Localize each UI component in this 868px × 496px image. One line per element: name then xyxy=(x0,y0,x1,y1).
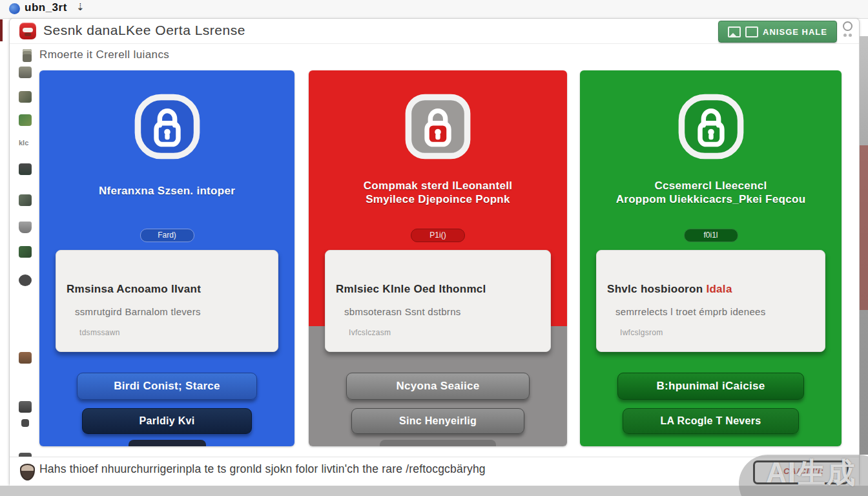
sidebar-icon[interactable] xyxy=(19,352,32,364)
window-header: Sesnk danaLKee Oerta Lsrense ANISGE HALE xyxy=(10,19,859,44)
lock-icon xyxy=(677,92,745,161)
screen: ubn_3rt ⇣ Sesnk danaLKee Oerta Lsrense A… xyxy=(0,0,868,496)
sidebar-icon[interactable] xyxy=(19,114,32,126)
info-footnote: tdsmssawn xyxy=(79,328,120,337)
info-footnote: Ivfcslczasm xyxy=(349,328,391,337)
app-lock-icon xyxy=(19,23,36,39)
info-subtitle: sbmsoterasn Ssnt dstbrns xyxy=(344,306,461,317)
user-indicator-icon[interactable] xyxy=(841,21,854,41)
os-top-bar: ubn_3rt ⇣ xyxy=(0,0,868,19)
sidebar-icon[interactable] xyxy=(19,274,32,286)
info-subtitle: semrrelects l troet émprb idenees xyxy=(615,306,766,317)
card-title: Ccsemercl LleecenclAroppom Uiekkicacrs_P… xyxy=(580,179,842,206)
secondary-action-button[interactable]: LA Rcogle T Nevers xyxy=(623,408,799,434)
license-card-green: Ccsemercl LleecenclAroppom Uiekkicacrs_P… xyxy=(580,70,842,446)
status-bar: Hahs thioef nhuurchurrigerinpla te ts gr… xyxy=(10,457,859,486)
page-subtitle: Rmoerte it Crerell luiancs xyxy=(39,48,169,61)
image-icon xyxy=(728,26,741,37)
primary-action-button[interactable]: Birdi Conist; Starce xyxy=(77,373,257,400)
window-title: Sesnk danaLKee Oerta Lsrense xyxy=(43,23,245,38)
arrow-down-icon: ⇣ xyxy=(76,1,85,13)
sidebar-icon[interactable]: klc xyxy=(19,139,32,150)
sidebar-icon[interactable] xyxy=(19,163,32,175)
license-card-blue: Nferanxna Szsen. intoper Fard) Rmsinsa A… xyxy=(39,70,294,446)
sidebar-icon[interactable] xyxy=(19,246,32,258)
license-info-panel: Rmsinsa Acnoamo lIvant ssmrutgird Barnal… xyxy=(56,250,278,352)
info-title: Rmsinsa Acnoamo lIvant xyxy=(67,283,201,296)
sidebar-icon[interactable] xyxy=(19,401,32,413)
info-footnote: Iwfcslgsrom xyxy=(620,328,663,337)
card-title: Nferanxna Szsen. intoper xyxy=(39,184,294,198)
header-button-label: ANISGE HALE xyxy=(763,27,827,37)
shield-icon xyxy=(20,464,35,480)
info-title: Rmlsiec Klnle Oed lthonmcl xyxy=(336,283,486,296)
sidebar-icon[interactable] xyxy=(19,67,32,78)
price-badge: f0i1l xyxy=(684,229,738,242)
secondary-action-button[interactable]: Sinc Henyeirlig xyxy=(351,408,524,434)
info-subtitle: ssmrutgird Barnalom tlevers xyxy=(75,306,201,317)
left-edge-accent xyxy=(0,19,3,41)
app-launcher-icon[interactable] xyxy=(9,3,20,14)
window-icon xyxy=(745,26,758,37)
license-card-red: Compmak sterd lLeonantellSmyilece Djepoi… xyxy=(309,70,567,446)
subtitle-row: Rmoerte it Crerell luiancs xyxy=(10,47,859,67)
lock-icon xyxy=(133,92,202,161)
primary-action-button[interactable]: Ncyona Seaiice xyxy=(346,373,530,400)
card-title: Compmak sterd lLeonantellSmyilece Djepoi… xyxy=(309,179,567,206)
sidebar-icon[interactable] xyxy=(21,419,29,427)
info-title: Shvlc hosbiooron Idala xyxy=(607,283,732,296)
license-info-panel: Rmlsiec Klnle Oed lthonmcl sbmsoterasn S… xyxy=(325,250,551,352)
primary-action-button[interactable]: B:hpunimal iCaicise xyxy=(617,373,804,400)
sidebar-icon[interactable] xyxy=(19,194,32,206)
main-window: Sesnk danaLKee Oerta Lsrense ANISGE HALE… xyxy=(9,18,860,487)
sidebar: klc xyxy=(12,47,38,460)
scrollbar-highlight xyxy=(860,145,868,310)
sidebar-icon[interactable] xyxy=(19,222,32,233)
angle-hale-button[interactable]: ANISGE HALE xyxy=(718,21,837,43)
price-badge: P1i() xyxy=(411,229,465,242)
license-info-panel: Shvlc hosbiooron Idala semrrelects l tro… xyxy=(596,250,825,352)
os-app-label: ubn_3rt xyxy=(25,1,67,14)
secondary-action-button[interactable]: Parldiy Kvi xyxy=(82,408,252,434)
lock-icon xyxy=(404,92,472,161)
sidebar-icon[interactable] xyxy=(19,91,32,103)
hidden-button-peek[interactable] xyxy=(380,440,496,446)
bottom-edge xyxy=(0,486,868,496)
status-message: Hahs thioef nhuurchurrigerinpla te ts gr… xyxy=(39,462,486,476)
watermark-text: AI生成 xyxy=(766,454,856,492)
hidden-button-peek[interactable] xyxy=(129,440,206,446)
price-badge: Fard) xyxy=(140,229,194,242)
